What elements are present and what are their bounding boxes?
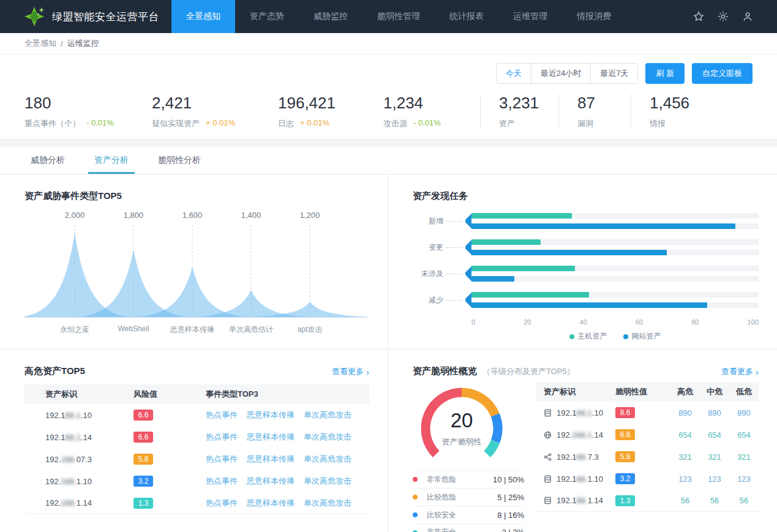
dashboard-grid: 资产威胁事件类型TOP5 2,0001,8001,6001,4001,200 永…: [0, 174, 777, 532]
asset-ip: 192.168.1.10: [24, 477, 133, 486]
vuln-gauge-panel: 20 资产脆弱性 非常危险 10 | 50% 比较危险 5 | 25%: [413, 381, 536, 532]
bar-track: [471, 292, 759, 298]
stat-label: 重点事件（个）: [24, 118, 80, 129]
table-row: 192.168.1.14 1.3 热点事件 恶意样本传播 单次高危攻击: [24, 492, 369, 514]
event-type-link[interactable]: 单次高危攻击: [304, 476, 351, 487]
time-filter-7d[interactable]: 最近7天: [591, 64, 637, 83]
card-title: 资产脆弱性概览: [413, 365, 477, 376]
refresh-button[interactable]: 刷 新: [645, 63, 685, 84]
user-profile-icon[interactable]: [741, 10, 754, 23]
count-link[interactable]: 890: [678, 408, 692, 418]
nav-utility-icons: [686, 0, 777, 33]
card-title: 资产威胁事件类型TOP5: [24, 190, 122, 202]
bar: [471, 213, 572, 219]
chevron-right-icon: ›: [366, 367, 369, 377]
count-link[interactable]: 654: [708, 430, 721, 440]
count-link[interactable]: 321: [708, 452, 721, 462]
event-type-link[interactable]: 恶意样本传播: [247, 476, 295, 487]
stat-delta: - 0.01%: [413, 118, 441, 129]
bar: [471, 239, 541, 245]
stat-label: 疑似实现资产: [152, 118, 200, 129]
count-link[interactable]: 56: [681, 496, 689, 505]
count-link[interactable]: 123: [708, 474, 721, 484]
custom-panel-button[interactable]: 自定义面板: [692, 63, 753, 84]
view-more-link[interactable]: 查看更多›: [721, 366, 759, 377]
server-icon: [544, 496, 552, 504]
count-link[interactable]: 123: [678, 474, 692, 484]
count-link[interactable]: 890: [708, 408, 721, 418]
axis-tick-label: 80: [691, 318, 699, 326]
peak-value-label: 1,400: [222, 211, 280, 220]
nav-item-intel[interactable]: 情报消费: [562, 0, 626, 33]
risk-badge: 3.2: [133, 476, 153, 487]
bar-track: [471, 266, 759, 271]
nav-item-reports[interactable]: 统计报表: [435, 0, 498, 33]
time-filter-24h[interactable]: 最近24小时: [531, 64, 591, 83]
tab-threat-analysis[interactable]: 威胁分析: [24, 147, 71, 174]
time-filter-today[interactable]: 今天: [497, 64, 531, 83]
threat-events-card: 资产威胁事件类型TOP5 2,0001,8001,6001,4001,200 永…: [0, 174, 388, 349]
event-type-link[interactable]: 热点事件: [206, 454, 238, 465]
event-type-link[interactable]: 恶意样本传播: [247, 454, 295, 465]
event-type-link[interactable]: 恶意样本传播: [247, 498, 295, 509]
table-row: 192.168.1.14 6.6 热点事件 恶意样本传播 单次高危攻击: [24, 426, 369, 448]
event-type-link[interactable]: 恶意样本传播: [247, 432, 295, 443]
legend-item[interactable]: 网站资产: [623, 331, 661, 342]
count-link[interactable]: 123: [737, 474, 751, 484]
count-link[interactable]: 321: [737, 452, 751, 462]
favorite-star-icon[interactable]: [693, 10, 705, 23]
top-nav: 绿盟智能安全运营平台 全景感知 资产态势 威胁监控 脆弱性管理 统计报表 运维管…: [0, 0, 777, 33]
bar: [471, 302, 707, 308]
nav-item-ops-mgmt[interactable]: 运维管理: [498, 0, 562, 33]
bar-axis-ticks: 020406080100: [471, 318, 759, 326]
event-type-link[interactable]: 热点事件: [206, 476, 238, 487]
nav-item-vuln-mgmt[interactable]: 脆弱性管理: [362, 0, 435, 33]
globe-icon: [544, 431, 552, 439]
vuln-gauge: 20 资产脆弱性: [413, 382, 517, 469]
count-link[interactable]: 654: [678, 430, 692, 440]
asset-ip: 192.168.1.14: [557, 430, 603, 440]
event-type-link[interactable]: 单次高危攻击: [304, 410, 351, 421]
nav-item-panorama[interactable]: 全景感知: [171, 0, 235, 33]
peak-value-label: 2,000: [45, 211, 104, 220]
bar-group: 减少: [413, 292, 759, 308]
legend-row: 比较危险 5 | 25%: [413, 488, 524, 506]
table-row: 192.168.7.3 5.8 321 321 321: [536, 446, 759, 468]
event-type-link[interactable]: 单次高危攻击: [304, 454, 351, 465]
high-risk-assets-card: 高危资产TOP5 查看更多› 资产标识 风险值 事件类型TOP3 192.168…: [0, 349, 388, 532]
stat-key-events: 180 重点事件（个）- 0.01%: [24, 94, 152, 129]
event-type-link[interactable]: 恶意样本传播: [247, 410, 295, 421]
tab-asset-analysis[interactable]: 资产分析: [88, 147, 135, 174]
dashboard-controls: 今天 最近24小时 最近7天 刷 新 自定义面板: [0, 54, 777, 89]
settings-gear-icon[interactable]: [717, 10, 729, 23]
nav-item-asset-posture[interactable]: 资产态势: [235, 0, 299, 33]
event-type-link[interactable]: 热点事件: [206, 498, 238, 509]
dashed-connector: [446, 300, 462, 301]
peak-value-labels: 2,0001,8001,6001,4001,200: [24, 211, 369, 223]
legend-item[interactable]: 主机资产: [569, 331, 607, 342]
asset-ip: 192.168.1.14: [24, 433, 133, 442]
event-type-link[interactable]: 单次高危攻击: [304, 498, 351, 509]
category-marker-icon: [465, 239, 471, 255]
count-link[interactable]: 654: [737, 430, 751, 440]
vuln-badge: 6.6: [615, 429, 635, 440]
view-more-link[interactable]: 查看更多›: [332, 366, 369, 377]
count-link[interactable]: 56: [740, 496, 748, 505]
server-icon: [544, 409, 552, 417]
count-link[interactable]: 321: [678, 452, 692, 462]
count-link[interactable]: 890: [737, 408, 751, 418]
stats-row: 180 重点事件（个）- 0.01% 2,421 疑似实现资产+ 0.01% 1…: [0, 89, 777, 139]
stat-vulnerabilities: 87 漏洞: [558, 94, 631, 129]
event-type-link[interactable]: 热点事件: [206, 432, 238, 443]
event-type-link[interactable]: 热点事件: [206, 410, 238, 421]
count-link[interactable]: 56: [710, 496, 719, 505]
vuln-overview-card: 资产脆弱性概览 （等级分布及资产TOP5） 查看更多› 20 资产脆弱性 非常危…: [388, 349, 777, 532]
tab-vuln-analysis[interactable]: 脆弱性分析: [152, 147, 207, 174]
nav-item-threat-monitor[interactable]: 威胁监控: [299, 0, 362, 33]
stat-delta: + 0.01%: [206, 118, 235, 129]
bar-track: [471, 213, 759, 219]
brand[interactable]: 绿盟智能安全运营平台: [23, 0, 159, 33]
section-divider: [0, 139, 777, 147]
event-type-link[interactable]: 单次高危攻击: [304, 432, 351, 443]
breadcrumb-root[interactable]: 全景感知: [24, 38, 56, 49]
